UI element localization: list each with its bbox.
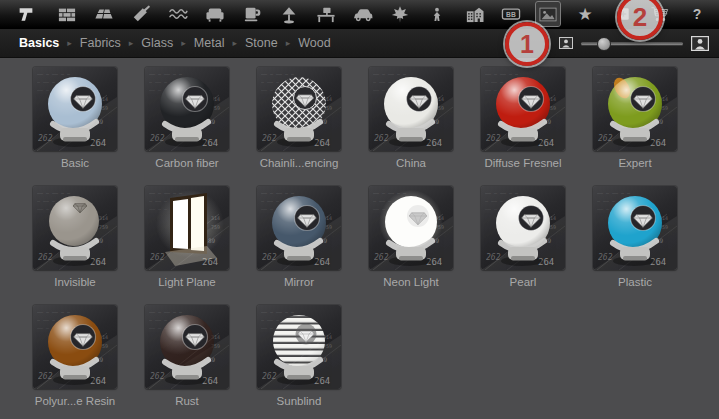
tab-separator-icon: ▸: [230, 38, 239, 48]
svg-text:262: 262: [486, 134, 501, 143]
buildings-icon[interactable]: [462, 2, 486, 26]
tab-basics[interactable]: Basics: [13, 36, 65, 50]
tab-list: Basics▸Fabrics▸Glass▸Metal▸Stone▸Wood: [13, 36, 337, 50]
material-item[interactable]: ‒‒ ‒ ‒‒ ‒ ‒ ‒ ‒‒ ‒ ‒‒ ‒ ‒‒ ‒ ‒ ‒‒ ‒ 314 …: [257, 305, 341, 407]
svg-text:262: 262: [374, 134, 389, 143]
small-thumbnail-icon[interactable]: [559, 37, 573, 49]
svg-text:262: 262: [598, 253, 613, 262]
star-icon[interactable]: ★: [573, 2, 597, 26]
svg-text:‒‒ ‒ ‒‒ ‒ ‒: ‒‒ ‒ ‒‒ ‒ ‒: [485, 190, 519, 196]
tab-separator-icon: ▸: [65, 38, 74, 48]
material-thumbnail[interactable]: ‒‒ ‒ ‒‒ ‒ ‒ ‒ ‒‒ ‒ ‒‒ ‒ ‒‒ ‒ ‒ ‒‒ ‒ 314 …: [33, 186, 117, 270]
svg-text:‒‒ ‒ ‒‒ ‒ ‒: ‒‒ ‒ ‒‒ ‒ ‒: [149, 71, 183, 77]
material-thumbnail[interactable]: ‒‒ ‒ ‒‒ ‒ ‒ ‒ ‒‒ ‒ ‒‒ ‒ ‒‒ ‒ ‒ ‒‒ ‒ 314 …: [593, 186, 677, 270]
material-thumbnail[interactable]: ‒‒ ‒ ‒‒ ‒ ‒ ‒ ‒‒ ‒ ‒‒ ‒ ‒‒ ‒ ‒ ‒‒ ‒ 314 …: [257, 67, 341, 151]
svg-text:‒‒ ‒ ‒‒ ‒ ‒: ‒‒ ‒ ‒‒ ‒ ‒: [37, 309, 71, 315]
svg-text:262: 262: [38, 134, 53, 143]
material-thumbnail[interactable]: ‒‒ ‒ ‒‒ ‒ ‒ ‒ ‒‒ ‒ ‒‒ ‒ ‒‒ ‒ ‒ ‒‒ ‒ 314 …: [593, 67, 677, 151]
svg-text:‒‒ ‒ ‒‒ ‒ ‒: ‒‒ ‒ ‒‒ ‒ ‒: [37, 190, 71, 196]
image-library-icon[interactable]: [536, 2, 560, 26]
material-item[interactable]: ‒‒ ‒ ‒‒ ‒ ‒ ‒ ‒‒ ‒ ‒‒ ‒ ‒‒ ‒ ‒ ‒‒ ‒ 314 …: [257, 67, 341, 169]
large-thumbnail-icon[interactable]: [691, 36, 709, 51]
svg-text:262: 262: [38, 253, 53, 262]
slider-track[interactable]: [581, 42, 683, 45]
material-thumbnail[interactable]: ‒‒ ‒ ‒‒ ‒ ‒ ‒ ‒‒ ‒ ‒‒ ‒ ‒‒ ‒ ‒ ‒‒ ‒ 314 …: [481, 186, 565, 270]
lamp-icon[interactable]: [277, 2, 301, 26]
slider-thumb[interactable]: [597, 37, 611, 51]
material-thumbnail[interactable]: ‒‒ ‒ ‒‒ ‒ ‒ ‒ ‒‒ ‒ ‒‒ ‒ ‒‒ ‒ ‒ ‒‒ ‒ 314 …: [145, 186, 229, 270]
material-thumbnail[interactable]: ‒‒ ‒ ‒‒ ‒ ‒ ‒ ‒‒ ‒ ‒‒ ‒ ‒‒ ‒ ‒ ‒‒ ‒ 314 …: [369, 67, 453, 151]
svg-text:314: 314: [99, 215, 108, 221]
svg-text:BB: BB: [506, 11, 516, 18]
material-item[interactable]: ‒‒ ‒ ‒‒ ‒ ‒ ‒ ‒‒ ‒ ‒‒ ‒ ‒‒ ‒ ‒ ‒‒ ‒ 314 …: [257, 186, 341, 288]
svg-text:‒‒ ‒ ‒‒ ‒ ‒: ‒‒ ‒ ‒‒ ‒ ‒: [485, 71, 519, 77]
svg-text:262: 262: [150, 134, 165, 143]
material-label: Polyur...e Resin: [33, 395, 117, 407]
svg-text:262: 262: [150, 253, 165, 262]
tab-metal[interactable]: Metal: [188, 36, 231, 50]
material-thumbnail[interactable]: ‒‒ ‒ ‒‒ ‒ ‒ ‒ ‒‒ ‒ ‒‒ ‒ ‒‒ ‒ ‒ ‒‒ ‒ 314 …: [257, 186, 341, 270]
category-tabbar: Basics▸Fabrics▸Glass▸Metal▸Stone▸Wood: [0, 29, 719, 58]
svg-text:‒‒ ‒ ‒‒ ‒ ‒: ‒‒ ‒ ‒‒ ‒ ‒: [261, 309, 295, 315]
paint-roller-icon[interactable]: [14, 2, 38, 26]
material-thumbnail[interactable]: ‒‒ ‒ ‒‒ ‒ ‒ ‒ ‒‒ ‒ ‒‒ ‒ ‒‒ ‒ ‒ ‒‒ ‒ 314 …: [481, 67, 565, 151]
svg-text:262: 262: [598, 134, 613, 143]
material-item[interactable]: ‒‒ ‒ ‒‒ ‒ ‒ ‒ ‒‒ ‒ ‒‒ ‒ ‒‒ ‒ ‒ ‒‒ ‒ 314 …: [369, 186, 453, 288]
svg-text:262: 262: [374, 253, 389, 262]
car-icon[interactable]: [351, 2, 375, 26]
material-label: Expert: [593, 157, 677, 169]
tab-separator-icon: ▸: [284, 38, 293, 48]
material-thumbnail[interactable]: ‒‒ ‒ ‒‒ ‒ ‒ ‒ ‒‒ ‒ ‒‒ ‒ ‒‒ ‒ ‒ ‒‒ ‒ 314 …: [257, 305, 341, 389]
material-label: Chainli...encing: [257, 157, 341, 169]
tab-separator-icon: ▸: [179, 38, 188, 48]
tab-separator-icon: ▸: [127, 38, 136, 48]
desk-icon[interactable]: [314, 2, 338, 26]
material-item[interactable]: ‒‒ ‒ ‒‒ ‒ ‒ ‒ ‒‒ ‒ ‒‒ ‒ ‒‒ ‒ ‒ ‒‒ ‒ 314 …: [593, 67, 677, 169]
material-item[interactable]: ‒‒ ‒ ‒‒ ‒ ‒ ‒ ‒‒ ‒ ‒‒ ‒ ‒‒ ‒ ‒ ‒‒ ‒ 314 …: [145, 67, 229, 169]
svg-text:‒‒ ‒ ‒‒ ‒ ‒: ‒‒ ‒ ‒‒ ‒ ‒: [149, 309, 183, 315]
material-thumbnail[interactable]: ‒‒ ‒ ‒‒ ‒ ‒ ‒ ‒‒ ‒ ‒‒ ‒ ‒‒ ‒ ‒ ‒‒ ‒ 314 …: [145, 305, 229, 389]
trowel-icon[interactable]: [129, 2, 153, 26]
svg-text:262: 262: [262, 372, 277, 381]
material-item[interactable]: ‒‒ ‒ ‒‒ ‒ ‒ ‒ ‒‒ ‒ ‒‒ ‒ ‒‒ ‒ ‒ ‒‒ ‒ 314 …: [33, 305, 117, 407]
material-item[interactable]: ‒‒ ‒ ‒‒ ‒ ‒ ‒ ‒‒ ‒ ‒‒ ‒ ‒‒ ‒ ‒ ‒‒ ‒ 314 …: [593, 186, 677, 288]
material-thumbnail[interactable]: ‒‒ ‒ ‒‒ ‒ ‒ ‒ ‒‒ ‒ ‒‒ ‒ ‒‒ ‒ ‒ ‒‒ ‒ 314 …: [33, 305, 117, 389]
material-thumbnail[interactable]: ‒‒ ‒ ‒‒ ‒ ‒ ‒ ‒‒ ‒ ‒‒ ‒ ‒‒ ‒ ‒ ‒‒ ‒ 314 …: [33, 67, 117, 151]
toolbar: BB★?: [0, 0, 719, 29]
material-item[interactable]: ‒‒ ‒ ‒‒ ‒ ‒ ‒ ‒‒ ‒ ‒‒ ‒ ‒‒ ‒ ‒ ‒‒ ‒ 314 …: [33, 67, 117, 169]
maple-leaf-icon[interactable]: [388, 2, 412, 26]
material-label: Rust: [145, 395, 229, 407]
material-thumbnail[interactable]: ‒‒ ‒ ‒‒ ‒ ‒ ‒ ‒‒ ‒ ‒‒ ‒ ‒‒ ‒ ‒ ‒‒ ‒ 314 …: [145, 67, 229, 151]
material-item[interactable]: ‒‒ ‒ ‒‒ ‒ ‒ ‒ ‒‒ ‒ ‒‒ ‒ ‒‒ ‒ ‒ ‒‒ ‒ 314 …: [145, 186, 229, 288]
material-item[interactable]: ‒‒ ‒ ‒‒ ‒ ‒ ‒ ‒‒ ‒ ‒‒ ‒ ‒‒ ‒ ‒ ‒‒ ‒ 314 …: [145, 305, 229, 407]
material-label: Pearl: [481, 276, 565, 288]
person-icon[interactable]: [425, 2, 449, 26]
bricks-icon[interactable]: [55, 2, 79, 26]
tab-stone[interactable]: Stone: [239, 36, 284, 50]
material-item[interactable]: ‒‒ ‒ ‒‒ ‒ ‒ ‒ ‒‒ ‒ ‒‒ ‒ ‒‒ ‒ ‒ ‒‒ ‒ 314 …: [33, 186, 117, 288]
waves-icon[interactable]: [166, 2, 190, 26]
sofa-icon[interactable]: [203, 2, 227, 26]
plain-sphere: [49, 196, 99, 246]
material-label: Carbon fiber: [145, 157, 229, 169]
paving-icon[interactable]: [92, 2, 116, 26]
svg-text:‒‒ ‒ ‒‒ ‒ ‒: ‒‒ ‒ ‒‒ ‒ ‒: [261, 190, 295, 196]
material-thumbnail[interactable]: ‒‒ ‒ ‒‒ ‒ ‒ ‒ ‒‒ ‒ ‒‒ ‒ ‒‒ ‒ ‒ ‒‒ ‒ 314 …: [369, 186, 453, 270]
svg-text:‒‒ ‒ ‒‒ ‒ ‒: ‒‒ ‒ ‒‒ ‒ ‒: [597, 190, 631, 196]
svg-text:262: 262: [262, 134, 277, 143]
material-label: China: [369, 157, 453, 169]
tab-glass[interactable]: Glass: [135, 36, 179, 50]
material-item[interactable]: ‒‒ ‒ ‒‒ ‒ ‒ ‒ ‒‒ ‒ ‒‒ ‒ ‒‒ ‒ ‒ ‒‒ ‒ 314 …: [481, 67, 565, 169]
svg-text:‒‒ ‒ ‒‒ ‒ ‒: ‒‒ ‒ ‒‒ ‒ ‒: [261, 71, 295, 77]
material-item[interactable]: ‒‒ ‒ ‒‒ ‒ ‒ ‒ ‒‒ ‒ ‒‒ ‒ ‒‒ ‒ ‒ ‒‒ ‒ 314 …: [369, 67, 453, 169]
material-label: Plastic: [593, 276, 677, 288]
material-label: Sunblind: [257, 395, 341, 407]
material-item[interactable]: ‒‒ ‒ ‒‒ ‒ ‒ ‒ ‒‒ ‒ ‒‒ ‒ ‒‒ ‒ ‒ ‒‒ ‒ 314 …: [481, 186, 565, 288]
tab-fabrics[interactable]: Fabrics: [74, 36, 127, 50]
material-label: Neon Light: [369, 276, 453, 288]
tab-wood[interactable]: Wood: [292, 36, 336, 50]
mug-icon[interactable]: [240, 2, 264, 26]
svg-text:‒‒ ‒ ‒‒ ‒ ‒: ‒‒ ‒ ‒‒ ‒ ‒: [597, 71, 631, 77]
svg-text:262: 262: [486, 253, 501, 262]
help-icon[interactable]: ?: [685, 2, 709, 26]
